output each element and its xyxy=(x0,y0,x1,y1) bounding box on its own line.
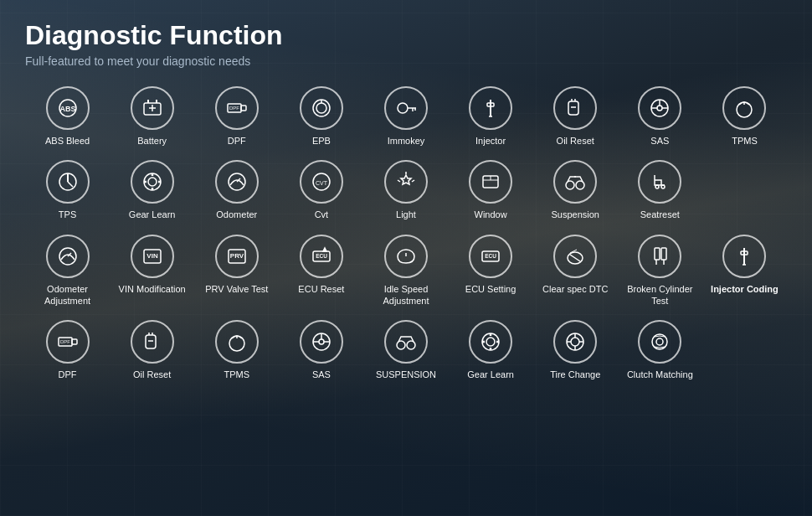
grid-item-odometer[interactable]: Odometer xyxy=(194,155,279,225)
svg-point-89 xyxy=(397,341,405,349)
grid-item-battery[interactable]: Battery xyxy=(110,81,194,152)
seatreset-label: Seatreset xyxy=(640,209,680,220)
grid-item-ecu-setting[interactable]: ECUECU Setting xyxy=(449,230,533,312)
grid-item-empty1[interactable] xyxy=(702,155,787,225)
clear-dtc-icon xyxy=(553,235,597,278)
ecu-reset-icon: ECU xyxy=(300,235,343,278)
prv-valve-label: PRV Valve Test xyxy=(205,283,268,295)
grid-item-odometer-adj[interactable]: Odometer Adjustment xyxy=(25,230,110,312)
oil-reset-icon xyxy=(553,86,597,130)
ecu-setting-label: ECU Setting xyxy=(465,283,516,295)
svg-point-90 xyxy=(407,341,415,349)
svg-text:ECU: ECU xyxy=(485,253,496,259)
svg-point-49 xyxy=(566,181,574,189)
grid-item-tpms2[interactable]: TPMS xyxy=(194,315,279,385)
grid-item-sas2[interactable]: SAS xyxy=(279,315,363,385)
svg-text:CVT: CVT xyxy=(316,180,328,186)
grid-item-light[interactable]: Light xyxy=(363,155,448,225)
sas2-icon xyxy=(300,320,343,364)
page-title: Diagnostic Function xyxy=(25,20,787,51)
sas-icon xyxy=(638,86,681,130)
cvt-label: Cvt xyxy=(315,209,329,220)
idle-speed-label: Idle Speed Adjustment xyxy=(367,283,445,307)
window-icon xyxy=(469,160,512,204)
grid-item-oil-reset2[interactable]: Oil Reset xyxy=(110,315,194,385)
function-grid: ABSABS BleedBatteryDPFDPFEPBImmokeyInjec… xyxy=(25,81,787,385)
grid-item-ecu-reset[interactable]: ECUECU Reset xyxy=(279,230,363,312)
svg-point-34 xyxy=(148,178,157,186)
gear-learn-icon xyxy=(131,160,174,204)
clutch-icon xyxy=(638,320,681,364)
grid-item-prv-valve[interactable]: PRVPRV Valve Test xyxy=(194,230,279,312)
ecu-reset-label: ECU Reset xyxy=(298,283,344,295)
grid-item-abs-bleed[interactable]: ABSABS Bleed xyxy=(25,81,110,152)
grid-item-empty2[interactable] xyxy=(702,315,787,385)
grid-item-vin-mod[interactable]: VINVIN Modification xyxy=(110,230,194,312)
immokey-label: Immokey xyxy=(388,135,425,147)
grid-item-seatreset[interactable]: Seatreset xyxy=(618,155,702,225)
grid-item-suspension[interactable]: Suspension xyxy=(533,155,618,225)
light-icon xyxy=(384,160,428,204)
grid-item-oil-reset[interactable]: Oil Reset xyxy=(533,81,618,152)
grid-item-injector-coding[interactable]: Injector Coding xyxy=(702,230,787,312)
grid-item-tire-change[interactable]: Tire Change xyxy=(533,315,618,385)
grid-item-tps[interactable]: TPS xyxy=(25,155,110,225)
tire-change-label: Tire Change xyxy=(550,369,600,380)
grid-item-epb[interactable]: EPB xyxy=(279,81,363,152)
svg-rect-78 xyxy=(146,335,156,348)
grid-item-gear-learn2[interactable]: Gear Learn xyxy=(449,315,533,385)
sas2-label: SAS xyxy=(312,369,331,380)
svg-rect-76 xyxy=(72,339,77,344)
epb-label: EPB xyxy=(312,135,331,147)
odometer-adj-icon xyxy=(46,235,90,278)
svg-point-25 xyxy=(657,106,662,111)
odometer-label: Odometer xyxy=(216,209,257,220)
grid-item-immokey[interactable]: Immokey xyxy=(363,81,448,152)
svg-point-91 xyxy=(486,338,495,346)
svg-point-103 xyxy=(652,334,667,349)
grid-item-dpf2[interactable]: DPFDPF xyxy=(25,315,110,385)
svg-point-85 xyxy=(319,339,324,344)
grid-item-cvt[interactable]: CVTCvt xyxy=(279,155,363,225)
battery-label: Battery xyxy=(137,135,167,147)
injector-icon xyxy=(469,86,512,130)
injector-coding-label: Injector Coding xyxy=(711,283,779,295)
epb-icon xyxy=(300,86,343,130)
grid-item-suspension2[interactable]: SUSPENSION xyxy=(363,315,448,385)
suspension-label: Suspension xyxy=(551,209,599,220)
grid-item-window[interactable]: Window xyxy=(449,155,533,225)
grid-item-clutch[interactable]: Clutch Matching xyxy=(618,315,702,385)
clutch-label: Clutch Matching xyxy=(627,369,693,380)
seatreset-icon xyxy=(638,160,681,204)
grid-item-gear-learn[interactable]: Gear Learn xyxy=(110,155,194,225)
tpms-icon xyxy=(722,86,766,130)
vin-mod-icon: VIN xyxy=(131,235,174,278)
grid-item-dpf[interactable]: DPFDPF xyxy=(194,81,279,152)
broken-cyl-label: Broken Cylinder Test xyxy=(621,283,699,307)
sas-label: SAS xyxy=(650,135,669,147)
grid-item-broken-cyl[interactable]: Broken Cylinder Test xyxy=(618,230,702,312)
svg-text:ECU: ECU xyxy=(316,253,327,259)
odometer-adj-label: Odometer Adjustment xyxy=(28,283,106,307)
oil-reset2-label: Oil Reset xyxy=(133,369,171,380)
grid-item-clear-dtc[interactable]: Clear spec DTC xyxy=(533,230,618,312)
svg-line-45 xyxy=(398,180,400,182)
svg-text:PRV: PRV xyxy=(230,252,244,260)
svg-rect-69 xyxy=(661,248,666,260)
grid-item-tpms[interactable]: TPMS xyxy=(702,81,787,152)
grid-item-idle-speed[interactable]: Idle Speed Adjustment xyxy=(363,230,448,312)
tpms-label: TPMS xyxy=(732,135,758,147)
dpf2-icon: DPF xyxy=(46,320,90,364)
svg-text:DPF: DPF xyxy=(60,339,70,344)
grid-item-injector[interactable]: Injector xyxy=(449,81,533,152)
svg-point-11 xyxy=(316,103,326,113)
tire-change-icon xyxy=(553,320,597,364)
suspension2-label: SUSPENSION xyxy=(376,369,436,380)
immokey-icon xyxy=(384,86,428,130)
tps-icon xyxy=(46,160,90,204)
gear-learn-label: Gear Learn xyxy=(129,209,176,220)
page-header: Diagnostic Function Full-featured to mee… xyxy=(25,20,787,68)
svg-point-13 xyxy=(398,103,408,113)
grid-item-sas[interactable]: SAS xyxy=(618,81,702,152)
tpms2-icon xyxy=(215,320,259,364)
